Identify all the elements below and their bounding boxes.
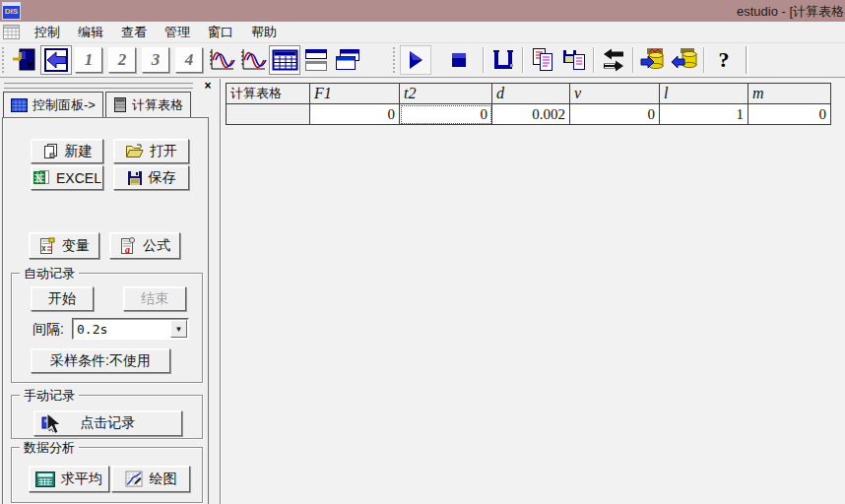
toolbar-band-edge bbox=[746, 46, 748, 74]
start-record-button[interactable]: 开始 bbox=[31, 286, 94, 311]
export-data-button[interactable] bbox=[637, 45, 669, 75]
save-floppy-icon bbox=[127, 170, 143, 186]
app-icon[interactable]: DIS bbox=[2, 2, 21, 20]
database-import-icon bbox=[671, 47, 698, 73]
control-panel-page: 新建 打开 X EXCEL 保存 变量 bbox=[2, 117, 209, 504]
menu-edit[interactable]: 编辑 bbox=[69, 22, 112, 43]
table-corner-cell: 计算表格 bbox=[227, 84, 310, 104]
variable-icon bbox=[38, 237, 56, 255]
auto-record-title: 自动记录 bbox=[20, 265, 79, 283]
column-header-v[interactable]: v bbox=[570, 84, 660, 104]
new-document-icon bbox=[42, 143, 59, 159]
cell-l[interactable]: 1 bbox=[660, 104, 748, 125]
tab-label: 计算表格 bbox=[132, 96, 183, 114]
cell-v[interactable]: 0 bbox=[570, 104, 660, 125]
cascade-windows-button[interactable] bbox=[332, 45, 363, 75]
stop-acquisition-button[interactable] bbox=[443, 45, 475, 75]
variable-button[interactable]: 变量 bbox=[29, 232, 99, 259]
return-panel-button[interactable] bbox=[40, 45, 72, 75]
child-window-icon[interactable] bbox=[3, 25, 20, 39]
play-icon bbox=[405, 49, 426, 71]
button-label: EXCEL bbox=[56, 170, 101, 186]
menu-control[interactable]: 控制 bbox=[26, 22, 69, 43]
sidebar-close-button[interactable]: × bbox=[201, 79, 215, 92]
title-bar: DIS estudio - [计算表格 bbox=[0, 0, 845, 22]
button-label: 开始 bbox=[48, 290, 76, 308]
waveform-icon bbox=[239, 47, 267, 73]
cell-t2-selected[interactable]: 0 bbox=[400, 104, 492, 125]
cell-m[interactable]: 0 bbox=[748, 104, 831, 125]
open-button[interactable]: 打开 bbox=[113, 139, 189, 163]
control-panel-icon bbox=[11, 98, 28, 112]
split-windows-icon bbox=[303, 48, 329, 72]
exit-button[interactable] bbox=[9, 45, 40, 75]
button-label: 点击记录 bbox=[81, 414, 136, 432]
channel-2-button[interactable]: 2 bbox=[108, 47, 136, 73]
copy-button[interactable] bbox=[527, 45, 558, 75]
button-label: 求平均 bbox=[61, 471, 102, 488]
split-horizontal-button[interactable] bbox=[300, 45, 332, 75]
waveform-1-button[interactable] bbox=[206, 45, 237, 75]
channel-3-button[interactable]: 3 bbox=[142, 47, 169, 73]
cell-F1[interactable]: 0 bbox=[310, 104, 400, 125]
button-label: 公式 bbox=[143, 237, 170, 255]
table-row: 0 0 0.002 0 1 0 bbox=[227, 104, 831, 125]
chevron-down-icon[interactable]: ▼ bbox=[170, 320, 187, 338]
help-button[interactable]: ? bbox=[708, 45, 740, 75]
menu-window[interactable]: 窗口 bbox=[199, 22, 242, 43]
excel-button[interactable]: X EXCEL bbox=[31, 165, 103, 190]
column-header-m[interactable]: m bbox=[748, 84, 831, 104]
svg-text:X: X bbox=[35, 173, 42, 183]
open-folder-icon bbox=[125, 144, 144, 158]
formula-button[interactable]: a 公式 bbox=[109, 232, 180, 259]
table-grid-icon bbox=[272, 48, 298, 72]
row-header-cell[interactable] bbox=[227, 104, 310, 125]
column-header-d[interactable]: d bbox=[492, 84, 570, 104]
tab-control-panel[interactable]: 控制面板-> bbox=[3, 92, 103, 117]
return-arrow-icon bbox=[43, 48, 69, 72]
toolbar-gripper[interactable] bbox=[393, 47, 398, 73]
table-header-row: 计算表格 F1 t2 d v l m bbox=[227, 84, 831, 104]
database-export-icon bbox=[639, 47, 667, 73]
menu-manage[interactable]: 管理 bbox=[156, 22, 199, 43]
exit-icon bbox=[11, 47, 38, 73]
sample-condition-button[interactable]: 采样条件:不使用 bbox=[31, 348, 170, 373]
button-label: 变量 bbox=[62, 237, 90, 255]
save-copy-icon bbox=[561, 47, 587, 73]
toolbar-separator bbox=[483, 47, 485, 73]
channel-1-button[interactable]: 1 bbox=[75, 47, 102, 73]
menu-bar: 控制 编辑 查看 管理 窗口 帮助 bbox=[0, 22, 845, 43]
column-header-l[interactable]: l bbox=[660, 84, 748, 104]
menu-view[interactable]: 查看 bbox=[112, 22, 156, 43]
channel-4-button[interactable]: 4 bbox=[175, 47, 203, 73]
button-label: 绘图 bbox=[150, 471, 177, 488]
button-label: 新建 bbox=[65, 143, 93, 160]
start-acquisition-button[interactable] bbox=[400, 45, 431, 75]
new-button[interactable]: 新建 bbox=[31, 139, 103, 163]
average-button[interactable]: 求平均 bbox=[29, 466, 109, 492]
interval-dropdown[interactable]: 0.2s ▼ bbox=[72, 318, 189, 340]
control-sidebar: × 控制面板-> 计算表格 新建 打开 bbox=[0, 79, 219, 504]
plot-chart-icon bbox=[125, 471, 144, 488]
column-header-F1[interactable]: F1 bbox=[310, 84, 400, 104]
toolbar-gripper[interactable] bbox=[2, 47, 7, 73]
column-header-t2[interactable]: t2 bbox=[400, 84, 492, 104]
interval-label: 间隔: bbox=[32, 321, 64, 339]
sidebar-gripper[interactable] bbox=[4, 83, 193, 90]
menu-help[interactable]: 帮助 bbox=[242, 22, 286, 43]
button-label: 结束 bbox=[141, 290, 168, 308]
sidebar-tabs: 控制面板-> 计算表格 bbox=[3, 92, 193, 117]
record-data-button[interactable] bbox=[488, 45, 519, 75]
waveform-2-button[interactable] bbox=[237, 45, 269, 75]
tab-calc-table[interactable]: 计算表格 bbox=[105, 92, 191, 117]
button-label: 保存 bbox=[149, 169, 176, 187]
copy-save-button[interactable] bbox=[558, 45, 590, 75]
swap-arrows-button[interactable] bbox=[598, 45, 629, 75]
save-button[interactable]: 保存 bbox=[113, 165, 189, 190]
table-view-button[interactable] bbox=[269, 45, 300, 75]
toolbar-separator bbox=[703, 47, 705, 73]
cell-d[interactable]: 0.002 bbox=[492, 104, 570, 125]
window-title: estudio - [计算表格 bbox=[737, 3, 844, 21]
plot-button[interactable]: 绘图 bbox=[111, 466, 190, 492]
import-data-button[interactable] bbox=[669, 45, 700, 75]
